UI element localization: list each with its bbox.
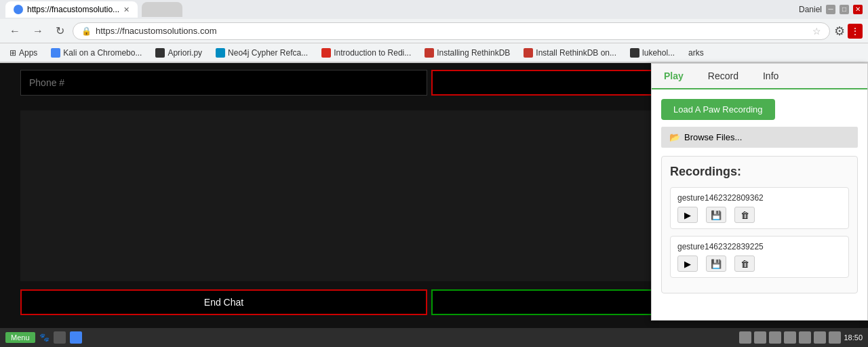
url-text: https://fnacustomsolutions.com xyxy=(96,26,216,36)
bookmark-arks[interactable]: arks xyxy=(684,47,708,59)
bookmark-rethinkdb2[interactable]: Install RethinkDB on... xyxy=(519,47,620,59)
lock-icon: 🔒 xyxy=(81,26,92,36)
forward-btn[interactable]: → xyxy=(28,24,47,39)
green-action-btn[interactable] xyxy=(431,289,678,315)
delete-btn-1[interactable]: 🗑 xyxy=(734,207,755,223)
taskbar-left: Menu 🐾 xyxy=(5,331,82,344)
title-bar-left: https://fnacustomsolutio... ✕ xyxy=(5,1,182,18)
bookmark-apriori-label: Apriori.py xyxy=(167,48,202,58)
address-bar[interactable]: 🔒 https://fnacustomsolutions.com ☆ xyxy=(73,22,830,40)
nav-bar: ← → ↻ 🔒 https://fnacustomsolutions.com ☆… xyxy=(0,19,868,43)
bookmark-neo4j[interactable]: Neo4j Cypher Refca... xyxy=(212,47,312,59)
panel-tabs: Play Record Info xyxy=(652,64,867,89)
close-btn[interactable]: ✕ xyxy=(853,5,863,14)
panel: Play Record Info Load A Paw Recording 📂 … xyxy=(651,63,868,321)
bookmark-luke-label: lukehol... xyxy=(642,48,675,58)
recording-name-1: gesture1462322809362 xyxy=(677,193,842,203)
recording-name-2: gesture1462322839225 xyxy=(677,242,842,251)
bookmark-rethinkdb1[interactable]: Installing RethinkDB xyxy=(420,47,514,59)
nav-right-controls: ⚙ ⋮ xyxy=(834,24,863,39)
bookmark-neo4j-icon xyxy=(216,48,225,58)
tab-record[interactable]: Record xyxy=(696,64,751,88)
taskbar-right: 18:50 xyxy=(739,331,863,344)
tab-title: https://fnacustomsolutio... xyxy=(27,5,119,14)
new-tab-area[interactable] xyxy=(142,2,182,17)
bookmark-kali-label: Kali on a Chromebo... xyxy=(63,48,142,58)
recordings-section: Recordings: gesture1462322809362 ▶ 💾 🗑 g… xyxy=(661,156,858,293)
taskbar-sys-icon-3[interactable] xyxy=(769,331,781,344)
tab-info[interactable]: Info xyxy=(751,64,791,88)
user-label: Daniel xyxy=(799,5,822,14)
bookmark-apps-label: Apps xyxy=(19,48,37,58)
end-chat-button[interactable]: End Chat xyxy=(20,289,427,315)
taskbar-sys-icon-2[interactable] xyxy=(754,331,766,344)
bookmark-star-icon[interactable]: ☆ xyxy=(812,26,821,37)
tab-close-btn[interactable]: ✕ xyxy=(123,5,130,14)
extensions-btn[interactable]: ⚙ xyxy=(834,24,845,39)
bookmark-redis-label: Introduction to Redi... xyxy=(334,48,411,58)
recording-item-2: gesture1462322839225 ▶ 💾 🗑 xyxy=(670,236,849,278)
menu-dots-icon: ⋮ xyxy=(850,26,860,37)
phone-input-row xyxy=(20,70,678,96)
save-btn-1[interactable]: 💾 xyxy=(706,207,726,223)
recording-controls-1: ▶ 💾 🗑 xyxy=(677,207,842,223)
taskbar-sys-icon-4[interactable] xyxy=(784,331,796,344)
reload-btn[interactable]: ↻ xyxy=(52,23,68,39)
bookmark-luke[interactable]: lukehol... xyxy=(626,47,679,59)
recordings-title: Recordings: xyxy=(670,165,849,179)
folder-icon: 📂 xyxy=(669,132,680,142)
bookmark-apriori-icon xyxy=(155,48,165,58)
taskbar-sys-icon-1[interactable] xyxy=(739,331,751,344)
secondary-input[interactable] xyxy=(431,70,678,96)
recording-item-1: gesture1462322809362 ▶ 💾 🗑 xyxy=(670,187,849,229)
browser-chrome: https://fnacustomsolutio... ✕ Daniel ─ □… xyxy=(0,0,868,63)
bookmark-apriori[interactable]: Apriori.py xyxy=(151,47,206,59)
bookmark-redis-icon xyxy=(321,48,331,58)
bookmark-rethinkdb2-icon xyxy=(524,48,533,58)
delete-btn-2[interactable]: 🗑 xyxy=(734,256,755,272)
bookmark-kali-icon xyxy=(51,48,60,58)
bookmark-neo4j-label: Neo4j Cypher Refca... xyxy=(228,48,308,58)
play-btn-2[interactable]: ▶ xyxy=(677,256,698,272)
save-btn-2[interactable]: 💾 xyxy=(706,256,726,272)
taskbar-status-icon: 🐾 xyxy=(39,333,50,342)
maximize-btn[interactable]: □ xyxy=(840,5,849,14)
taskbar-icon-2[interactable] xyxy=(70,331,82,344)
chat-area xyxy=(20,110,678,281)
taskbar-sys-icon-7[interactable] xyxy=(829,331,841,344)
browse-files-button[interactable]: 📂 Browse Files... xyxy=(661,127,858,148)
taskbar-time: 18:50 xyxy=(844,333,863,342)
play-btn-1[interactable]: ▶ xyxy=(677,207,698,223)
bookmark-kali[interactable]: Kali on a Chromebo... xyxy=(47,47,146,59)
panel-body: Load A Paw Recording 📂 Browse Files... R… xyxy=(652,89,867,303)
taskbar: Menu 🐾 18:50 xyxy=(0,328,868,347)
bookmark-luke-icon xyxy=(630,48,639,58)
bookmark-rethinkdb1-label: Installing RethinkDB xyxy=(437,48,510,58)
bookmarks-bar: ⊞ Apps Kali on a Chromebo... Apriori.py … xyxy=(0,43,868,62)
minimize-btn[interactable]: ─ xyxy=(826,5,835,14)
bottom-bar: End Chat xyxy=(20,289,678,315)
browse-files-label: Browse Files... xyxy=(684,132,742,142)
back-btn[interactable]: ← xyxy=(5,24,24,39)
bookmark-arks-label: arks xyxy=(688,48,704,58)
chrome-menu-btn[interactable]: ⋮ xyxy=(848,24,863,39)
apps-icon: ⊞ xyxy=(9,48,16,58)
tab-favicon xyxy=(14,5,23,14)
title-bar: https://fnacustomsolutio... ✕ Daniel ─ □… xyxy=(0,0,868,19)
bookmark-rethinkdb2-label: Install RethinkDB on... xyxy=(536,48,616,58)
bookmark-apps[interactable]: ⊞ Apps xyxy=(5,47,41,59)
phone-input[interactable] xyxy=(20,70,427,96)
bookmark-rethinkdb1-icon xyxy=(425,48,434,58)
recording-controls-2: ▶ 💾 🗑 xyxy=(677,256,842,272)
load-paw-button[interactable]: Load A Paw Recording xyxy=(661,99,775,120)
taskbar-sys-icon-6[interactable] xyxy=(814,331,826,344)
bookmark-redis[interactable]: Introduction to Redi... xyxy=(317,47,415,59)
taskbar-sys-icon-5[interactable] xyxy=(799,331,811,344)
taskbar-menu-btn[interactable]: Menu xyxy=(5,332,35,343)
taskbar-icon-1[interactable] xyxy=(54,331,66,344)
page-content: End Chat Play Record Info Load A Paw Rec… xyxy=(0,63,868,329)
tab-play[interactable]: Play xyxy=(652,64,696,89)
window-controls: Daniel ─ □ ✕ xyxy=(799,5,863,14)
active-tab[interactable]: https://fnacustomsolutio... ✕ xyxy=(5,1,138,18)
